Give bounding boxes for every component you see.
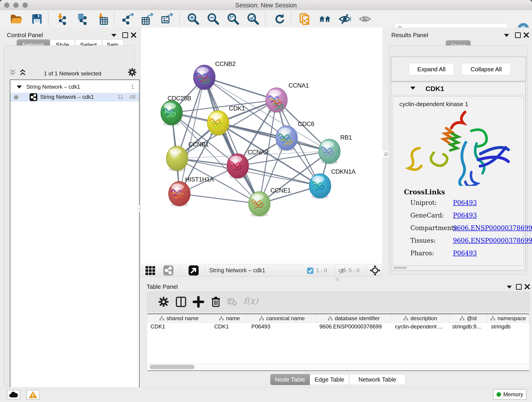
columns-icon[interactable] [175, 296, 187, 308]
main-toolbar: ? [0, 10, 532, 28]
column-header-canonical-name[interactable]: canonical name [248, 314, 316, 322]
selected-checkbox-icon[interactable] [307, 267, 314, 274]
node-RB1[interactable] [319, 139, 340, 164]
crosslink-label: GeneCard: [410, 212, 444, 219]
crosslink-row: Pharos: P06493 [393, 249, 524, 260]
tab-edge-table[interactable]: Edge Table [310, 374, 349, 385]
node-CCNB2[interactable] [194, 65, 215, 90]
crosslink-link[interactable]: 9606.ENSP00000378699 [453, 224, 532, 231]
results-hscroll-thumb[interactable] [393, 267, 407, 269]
edge-CCNB2-CCNA1[interactable] [204, 77, 277, 100]
delete-column-icon[interactable] [210, 296, 222, 308]
gene-detail: cyclin-dependent kinase 1 [393, 96, 524, 266]
panel-menu-icon[interactable] [504, 34, 509, 37]
edge-HIST1H1A-CCNE1[interactable] [179, 194, 259, 204]
results-button-bar: Expand All Collapse All [391, 57, 526, 81]
gene-description: cyclin-dependent kinase 1 [399, 101, 468, 108]
network-collection-row[interactable]: String Network – cdk1 1 [10, 83, 139, 91]
open-in-new-window-icon[interactable] [189, 265, 199, 275]
gear-icon[interactable] [128, 68, 137, 77]
import-network-database-icon[interactable] [76, 13, 88, 25]
panel-float-icon[interactable] [515, 32, 521, 38]
crosslink-label: Uniprot: [410, 199, 437, 206]
network-share-view-icon[interactable] [163, 265, 173, 275]
column-header-namespace[interactable]: namespace [488, 314, 529, 322]
node-CDC6[interactable] [276, 126, 298, 151]
memory-button[interactable]: Memory [493, 389, 526, 400]
show-eye-icon[interactable] [359, 13, 371, 25]
add-column-icon[interactable] [192, 296, 204, 308]
table-hscroll-thumb[interactable] [150, 365, 195, 369]
zoom-selected-icon[interactable] [247, 13, 259, 25]
import-network-file-icon[interactable] [56, 13, 68, 25]
hide-eye-icon[interactable] [339, 13, 351, 25]
crosslink-link[interactable]: P06493 [453, 249, 477, 257]
control-panel: Control Panel NetworkStyleSelectSets 1 o… [0, 27, 140, 387]
network-row-selected[interactable]: String Network – cdk1 11 48 [10, 93, 139, 102]
export-image-icon[interactable] [160, 13, 173, 25]
import-table-icon[interactable] [96, 13, 109, 25]
column-header-database-identifier[interactable]: database identifier [316, 314, 392, 322]
export-network-icon[interactable] [121, 13, 133, 25]
panel-menu-icon[interactable] [507, 286, 512, 288]
save-session-icon[interactable] [31, 13, 43, 25]
tab-node-table[interactable]: Node Table [270, 374, 310, 385]
node-CCNA1[interactable] [266, 88, 287, 113]
node-CDC25B[interactable] [161, 101, 182, 126]
column-header-name[interactable]: name [211, 314, 248, 322]
panel-menu-icon[interactable] [111, 34, 116, 37]
memory-label: Memory [503, 391, 523, 398]
tab-network-table[interactable]: Network Table [349, 374, 405, 385]
network-canvas[interactable]: CCNB2CCNA1CDC25BCDK1CDC6RB1CCNB1CCNA2CDK… [140, 27, 382, 264]
network-selection-status: 1 of 1 Network selected [8, 70, 137, 77]
edge-CCNB2-CCNE1[interactable] [204, 77, 259, 204]
right-splitter[interactable] [382, 27, 389, 277]
table-row[interactable]: CDK1CDK1P064939606.ENSP00000378699cyclin… [147, 322, 529, 331]
column-header-@id[interactable]: @id [449, 314, 488, 322]
warning-button[interactable] [26, 390, 40, 400]
node-label-CDKN1A: CDKN1A [331, 168, 355, 175]
expand-all-button[interactable]: Expand All [409, 63, 454, 75]
collapse-all-button[interactable]: Collapse All [462, 63, 511, 75]
gene-section-header[interactable]: CDK1 [391, 82, 525, 95]
node-HIST1H1A[interactable] [169, 182, 190, 207]
panel-close-icon[interactable] [131, 32, 137, 38]
panel-close-icon[interactable] [523, 32, 529, 38]
window-title: Session: New Session [0, 2, 532, 9]
table-hscrollbar[interactable] [147, 363, 529, 370]
hidden-eye-icon [338, 267, 347, 274]
panel-close-icon[interactable] [524, 284, 530, 290]
table-toolbar: f(x) [147, 292, 530, 312]
string-home-icon[interactable] [319, 13, 331, 25]
crosslink-label: Pharos: [410, 249, 434, 257]
zoom-out-icon[interactable] [207, 13, 220, 25]
share-document-icon[interactable] [299, 13, 311, 25]
table-panel: Table Panel [140, 281, 532, 387]
export-table-icon[interactable] [141, 13, 153, 25]
zoom-fit-icon[interactable] [227, 13, 239, 25]
refresh-icon[interactable] [273, 13, 285, 25]
fit-content-icon[interactable] [370, 265, 380, 276]
node-CDKN1A[interactable] [309, 174, 331, 199]
table-cell: CDK1 [211, 322, 248, 331]
zoom-in-icon[interactable] [187, 13, 200, 25]
grid-view-icon[interactable] [145, 266, 156, 276]
crosslink-link[interactable]: 9606.ENSP00000378699 [453, 237, 532, 244]
crosslink-row: Tissues: 9606.ENSP00000378699 [393, 237, 524, 247]
right-splitter-handle[interactable] [382, 150, 389, 158]
crosslink-link[interactable]: P06493 [453, 199, 477, 206]
open-session-icon[interactable] [10, 13, 22, 25]
tree-expand-icon[interactable] [17, 85, 22, 89]
cloud-button[interactable] [7, 390, 20, 400]
node-CCNE1[interactable] [249, 191, 270, 217]
horizontal-splitter-handle[interactable] [336, 277, 339, 281]
node-label-CDC6: CDC6 [298, 121, 314, 128]
network-view-toolbar: String Network – cdk1 1 - 0 0 - 0 [140, 264, 382, 277]
column-header-shared-name[interactable]: shared name [147, 314, 211, 322]
panel-float-icon[interactable] [122, 32, 128, 38]
section-collapse-icon[interactable] [410, 87, 415, 89]
panel-float-icon[interactable] [516, 284, 522, 290]
gear-icon[interactable] [158, 296, 170, 308]
crosslink-link[interactable]: P06493 [453, 212, 477, 219]
column-header-description[interactable]: description [392, 314, 449, 322]
